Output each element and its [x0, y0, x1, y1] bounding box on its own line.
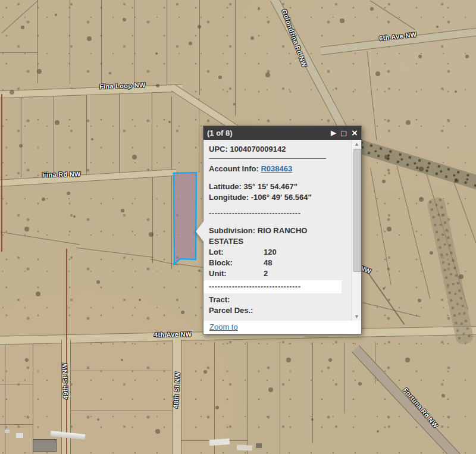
longitude-value: -106° 49' 56.564" — [251, 193, 312, 202]
scroll-up-icon[interactable]: ▲ — [352, 141, 361, 147]
parcel-info-popup: (1 of 8) ▶ □ × UPC: 1004070009142 Accoun… — [203, 126, 362, 334]
scroll-down-icon[interactable]: ▼ — [352, 314, 361, 320]
maximize-icon[interactable]: □ — [342, 129, 346, 137]
popup-scrollbar[interactable]: ▲ ▼ — [352, 140, 361, 321]
block-label: Block: — [209, 258, 264, 268]
dashed-divider: -------------------------------- — [209, 208, 326, 219]
close-icon[interactable]: × — [352, 128, 358, 138]
lot-value: 120 — [264, 247, 277, 258]
popup-pointer — [196, 221, 203, 242]
longitude-row: Longitude: -106° 49' 56.564" — [209, 192, 326, 203]
popup-body: UPC: 1004070009142 Account Info: R038463… — [203, 140, 361, 334]
upc-row: UPC: 1004070009142 — [209, 144, 326, 155]
upc-value: 1004070009142 — [230, 145, 286, 154]
lot-label: Lot: — [209, 247, 264, 258]
parcel-des-label: Parcel Des.: — [209, 305, 326, 316]
block-value: 48 — [264, 258, 272, 268]
account-link[interactable]: R038463 — [261, 164, 292, 173]
longitude-label: Longitude: — [209, 193, 249, 202]
account-label: Account Info: — [209, 164, 259, 173]
zoom-to-link[interactable]: Zoom to — [209, 323, 238, 331]
block-row: Block: 48 — [209, 258, 326, 268]
latitude-label: Latitude: — [209, 182, 242, 191]
lot-row: Lot: 120 — [209, 247, 326, 258]
unit-label: Unit: — [209, 268, 264, 279]
upc-label: UPC: — [209, 145, 228, 154]
next-feature-icon[interactable]: ▶ — [331, 130, 336, 136]
selected-parcel[interactable] — [174, 173, 196, 264]
dashed-divider-white: -------------------------------- — [203, 280, 342, 293]
latitude-value: 35° 15' 54.467" — [244, 182, 298, 191]
account-row: Account Info: R038463 — [209, 164, 326, 174]
map-canvas[interactable]: Fina Loop NW Fina Rd NW 6th Ave NW Golon… — [0, 0, 476, 454]
popup-footer: Zoom to — [203, 321, 361, 334]
tract-label: Tract: — [209, 295, 326, 305]
subdivision-label: Subdivision: — [209, 226, 255, 235]
latitude-row: Latitude: 35° 15' 54.467" — [209, 181, 326, 192]
popup-pager-label: (1 of 8) — [207, 129, 325, 137]
popup-header: (1 of 8) ▶ □ × — [203, 126, 361, 140]
popup-content: UPC: 1004070009142 Account Info: R038463… — [203, 140, 342, 334]
divider-line — [209, 158, 326, 159]
subdivision-row: Subdivision: RIO RANCHO ESTATES — [209, 226, 326, 247]
unit-row: Unit: 2 — [209, 268, 326, 279]
scrollbar-thumb[interactable] — [353, 149, 361, 272]
unit-value: 2 — [264, 268, 268, 279]
